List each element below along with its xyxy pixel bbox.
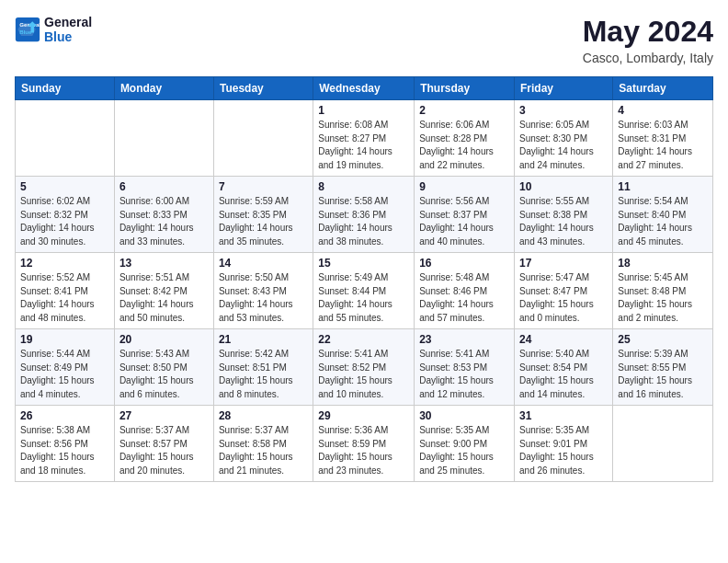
day-number: 5 [20, 180, 109, 193]
day-info: Sunrise: 5:48 AM Sunset: 8:46 PM Dayligh… [419, 271, 509, 325]
day-info: Sunrise: 5:50 AM Sunset: 8:43 PM Dayligh… [219, 271, 308, 325]
day-number: 30 [419, 409, 509, 422]
weekday-header-row: Sunday Monday Tuesday Wednesday Thursday… [16, 77, 713, 100]
calendar-cell-2-5: 17Sunrise: 5:47 AM Sunset: 8:47 PM Dayli… [515, 253, 613, 329]
day-info: Sunrise: 5:58 AM Sunset: 8:36 PM Dayligh… [318, 195, 409, 248]
day-info: Sunrise: 5:37 AM Sunset: 8:58 PM Dayligh… [219, 424, 308, 477]
day-number: 24 [519, 333, 608, 346]
calendar-cell-1-4: 9Sunrise: 5:56 AM Sunset: 8:37 PM Daylig… [415, 177, 515, 253]
calendar-cell-3-5: 24Sunrise: 5:40 AM Sunset: 8:54 PM Dayli… [515, 329, 613, 406]
calendar-cell-3-3: 22Sunrise: 5:41 AM Sunset: 8:52 PM Dayli… [313, 329, 415, 406]
month-title: May 2024 [583, 15, 713, 49]
calendar-cell-0-6: 4Sunrise: 6:03 AM Sunset: 8:31 PM Daylig… [613, 100, 713, 177]
day-number: 25 [618, 333, 708, 346]
week-row-0: 1Sunrise: 6:08 AM Sunset: 8:27 PM Daylig… [16, 100, 713, 177]
day-number: 11 [618, 180, 708, 193]
week-row-3: 19Sunrise: 5:44 AM Sunset: 8:49 PM Dayli… [16, 329, 713, 406]
day-info: Sunrise: 6:08 AM Sunset: 8:27 PM Dayligh… [318, 119, 409, 172]
day-info: Sunrise: 6:06 AM Sunset: 8:28 PM Dayligh… [419, 119, 509, 172]
header: General Blue General Blue May 2024 Casco… [15, 15, 713, 65]
header-monday: Monday [114, 77, 213, 100]
day-number: 28 [219, 409, 308, 422]
calendar-table: Sunday Monday Tuesday Wednesday Thursday… [15, 76, 713, 482]
calendar-cell-3-0: 19Sunrise: 5:44 AM Sunset: 8:49 PM Dayli… [16, 329, 115, 406]
day-info: Sunrise: 5:36 AM Sunset: 8:59 PM Dayligh… [318, 424, 409, 477]
calendar-cell-4-2: 28Sunrise: 5:37 AM Sunset: 8:58 PM Dayli… [213, 406, 313, 482]
day-number: 26 [20, 409, 109, 422]
day-number: 3 [519, 104, 608, 117]
day-info: Sunrise: 5:35 AM Sunset: 9:01 PM Dayligh… [519, 424, 608, 477]
header-saturday: Saturday [613, 77, 713, 100]
day-info: Sunrise: 6:00 AM Sunset: 8:33 PM Dayligh… [119, 195, 209, 248]
calendar-cell-4-1: 27Sunrise: 5:37 AM Sunset: 8:57 PM Dayli… [114, 406, 213, 482]
day-number: 7 [219, 180, 308, 193]
calendar-cell-0-5: 3Sunrise: 6:05 AM Sunset: 8:30 PM Daylig… [515, 100, 613, 177]
day-info: Sunrise: 5:42 AM Sunset: 8:51 PM Dayligh… [219, 348, 308, 401]
day-number: 21 [219, 333, 308, 346]
day-number: 4 [618, 104, 708, 117]
calendar-cell-4-0: 26Sunrise: 5:38 AM Sunset: 8:56 PM Dayli… [16, 406, 115, 482]
calendar-cell-1-2: 7Sunrise: 5:59 AM Sunset: 8:35 PM Daylig… [213, 177, 313, 253]
day-info: Sunrise: 5:37 AM Sunset: 8:57 PM Dayligh… [119, 424, 209, 477]
day-info: Sunrise: 5:38 AM Sunset: 8:56 PM Dayligh… [20, 424, 109, 477]
calendar-cell-2-2: 14Sunrise: 5:50 AM Sunset: 8:43 PM Dayli… [213, 253, 313, 329]
calendar-cell-0-1 [114, 100, 213, 177]
calendar-cell-3-1: 20Sunrise: 5:43 AM Sunset: 8:50 PM Dayli… [114, 329, 213, 406]
day-number: 12 [20, 257, 109, 270]
day-number: 14 [219, 257, 308, 270]
calendar-cell-1-0: 5Sunrise: 6:02 AM Sunset: 8:32 PM Daylig… [16, 177, 115, 253]
location-subtitle: Casco, Lombardy, Italy [583, 51, 713, 65]
calendar-cell-1-3: 8Sunrise: 5:58 AM Sunset: 8:36 PM Daylig… [313, 177, 415, 253]
week-row-1: 5Sunrise: 6:02 AM Sunset: 8:32 PM Daylig… [16, 177, 713, 253]
header-friday: Friday [515, 77, 613, 100]
title-block: May 2024 Casco, Lombardy, Italy [583, 15, 713, 65]
day-info: Sunrise: 5:49 AM Sunset: 8:44 PM Dayligh… [318, 271, 409, 325]
calendar-cell-3-6: 25Sunrise: 5:39 AM Sunset: 8:55 PM Dayli… [613, 329, 713, 406]
day-info: Sunrise: 5:43 AM Sunset: 8:50 PM Dayligh… [119, 348, 209, 401]
day-number: 23 [419, 333, 509, 346]
day-number: 18 [618, 257, 708, 270]
calendar-cell-4-6 [613, 406, 713, 482]
calendar-cell-2-6: 18Sunrise: 5:45 AM Sunset: 8:48 PM Dayli… [613, 253, 713, 329]
calendar-cell-0-0 [16, 100, 115, 177]
day-number: 22 [318, 333, 409, 346]
header-wednesday: Wednesday [313, 77, 415, 100]
day-info: Sunrise: 5:54 AM Sunset: 8:40 PM Dayligh… [618, 195, 708, 248]
calendar-cell-1-5: 10Sunrise: 5:55 AM Sunset: 8:38 PM Dayli… [515, 177, 613, 253]
day-info: Sunrise: 5:59 AM Sunset: 8:35 PM Dayligh… [219, 195, 308, 248]
day-info: Sunrise: 5:55 AM Sunset: 8:38 PM Dayligh… [519, 195, 608, 248]
day-info: Sunrise: 5:45 AM Sunset: 8:48 PM Dayligh… [618, 271, 708, 325]
calendar-cell-3-2: 21Sunrise: 5:42 AM Sunset: 8:51 PM Dayli… [213, 329, 313, 406]
week-row-2: 12Sunrise: 5:52 AM Sunset: 8:41 PM Dayli… [16, 253, 713, 329]
day-number: 13 [119, 257, 209, 270]
day-info: Sunrise: 5:52 AM Sunset: 8:41 PM Dayligh… [20, 271, 109, 325]
day-info: Sunrise: 5:47 AM Sunset: 8:47 PM Dayligh… [519, 271, 608, 325]
day-number: 31 [519, 409, 608, 422]
day-info: Sunrise: 6:02 AM Sunset: 8:32 PM Dayligh… [20, 195, 109, 248]
day-info: Sunrise: 5:44 AM Sunset: 8:49 PM Dayligh… [20, 348, 109, 401]
calendar-cell-2-4: 16Sunrise: 5:48 AM Sunset: 8:46 PM Dayli… [415, 253, 515, 329]
svg-text:Blue: Blue [19, 29, 32, 35]
page: General Blue General Blue May 2024 Casco… [0, 0, 728, 563]
calendar-cell-3-4: 23Sunrise: 5:41 AM Sunset: 8:53 PM Dayli… [415, 329, 515, 406]
calendar-cell-4-5: 31Sunrise: 5:35 AM Sunset: 9:01 PM Dayli… [515, 406, 613, 482]
calendar-cell-2-1: 13Sunrise: 5:51 AM Sunset: 8:42 PM Dayli… [114, 253, 213, 329]
day-info: Sunrise: 6:03 AM Sunset: 8:31 PM Dayligh… [618, 119, 708, 172]
day-number: 8 [318, 180, 409, 193]
calendar-cell-4-3: 29Sunrise: 5:36 AM Sunset: 8:59 PM Dayli… [313, 406, 415, 482]
calendar-cell-1-1: 6Sunrise: 6:00 AM Sunset: 8:33 PM Daylig… [114, 177, 213, 253]
day-number: 16 [419, 257, 509, 270]
header-thursday: Thursday [415, 77, 515, 100]
day-info: Sunrise: 5:41 AM Sunset: 8:52 PM Dayligh… [318, 348, 409, 401]
day-number: 10 [519, 180, 608, 193]
calendar-cell-1-6: 11Sunrise: 5:54 AM Sunset: 8:40 PM Dayli… [613, 177, 713, 253]
day-number: 19 [20, 333, 109, 346]
calendar-cell-2-0: 12Sunrise: 5:52 AM Sunset: 8:41 PM Dayli… [16, 253, 115, 329]
day-number: 6 [119, 180, 209, 193]
header-tuesday: Tuesday [213, 77, 313, 100]
day-info: Sunrise: 5:51 AM Sunset: 8:42 PM Dayligh… [119, 271, 209, 325]
week-row-4: 26Sunrise: 5:38 AM Sunset: 8:56 PM Dayli… [16, 406, 713, 482]
logo-text: General Blue [44, 15, 92, 44]
day-number: 15 [318, 257, 409, 270]
day-info: Sunrise: 5:56 AM Sunset: 8:37 PM Dayligh… [419, 195, 509, 248]
